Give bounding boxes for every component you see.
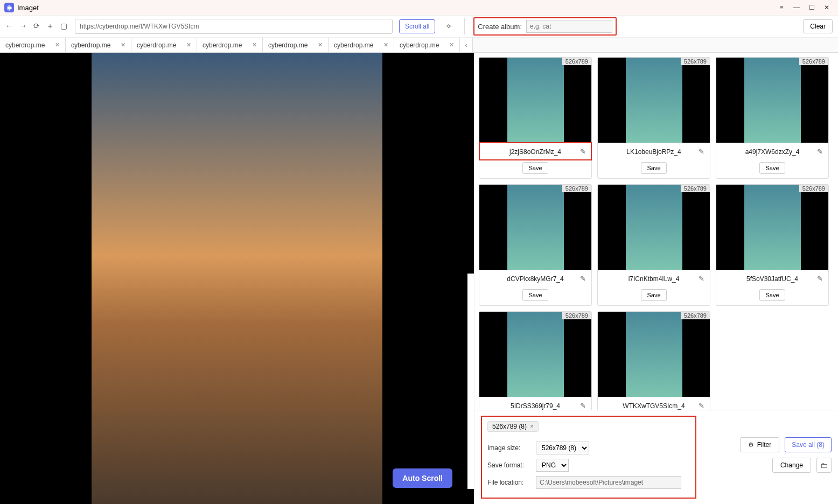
tab-close-icon[interactable]: ✕ xyxy=(186,41,191,48)
thumbnail-card[interactable]: 526x789 dCVPkx8kyMGr7_4✎ Save xyxy=(479,184,592,306)
chip-label: 526x789 (8) xyxy=(492,423,527,430)
tab[interactable]: cyberdrop.me✕ xyxy=(131,38,197,52)
thumbnail-card[interactable]: 526x789 LK1obeuBjoRPz_4✎ Save xyxy=(597,57,710,179)
divider xyxy=(464,18,465,34)
dimension-badge: 526x789 xyxy=(562,58,591,65)
thumbnail-image xyxy=(507,58,564,143)
thumbnail-image xyxy=(507,312,564,397)
thumbnail-card[interactable]: 526x789 a49j7XW6dzxZy_4✎ Save xyxy=(716,57,829,179)
thumbnail-card[interactable]: 526x789 l7ICnKtbm4ILw_4✎ Save xyxy=(597,184,710,306)
edit-icon[interactable]: ✎ xyxy=(699,402,704,410)
edit-icon[interactable]: ✎ xyxy=(580,148,586,156)
thumbnail-name: WTKXwTGV5SIcm_4 xyxy=(623,402,685,410)
save-all-button[interactable]: Save all (8) xyxy=(785,437,832,452)
dimension-badge: 526x789 xyxy=(562,185,591,192)
close-icon[interactable]: ✕ xyxy=(820,2,834,13)
thumbnail-card[interactable]: 526x789 5IDrSS369jr79_4✎ xyxy=(479,311,592,410)
save-button[interactable]: Save xyxy=(641,162,667,174)
tab-close-icon[interactable]: ✕ xyxy=(121,41,125,48)
image-viewer: Auto Scroll xyxy=(0,53,474,504)
save-format-select[interactable]: PNG xyxy=(536,459,569,472)
tab[interactable]: cyberdrop.me✕ xyxy=(66,38,131,52)
main-image xyxy=(92,53,382,504)
change-location-button[interactable]: Change xyxy=(772,458,811,473)
thumbnail-grid: 526x789 j2zjS8oOnZrMz_4✎ Save 526x789 LK… xyxy=(474,53,838,410)
tab-close-icon[interactable]: ✕ xyxy=(383,41,388,48)
tab[interactable]: cyberdrop.me✕ xyxy=(0,38,66,52)
edit-icon[interactable]: ✎ xyxy=(699,148,704,156)
back-icon[interactable]: ← xyxy=(5,22,13,31)
dimension-badge: 526x789 xyxy=(562,312,591,319)
tab[interactable]: cyberdrop.me✕ xyxy=(263,38,329,52)
save-button[interactable]: Save xyxy=(641,289,667,301)
save-button[interactable]: Save xyxy=(759,162,785,174)
tabs-icon[interactable]: ▢ xyxy=(60,22,67,31)
add-tab-icon[interactable]: ＋ xyxy=(46,22,54,31)
thumbnail-image xyxy=(507,185,564,270)
tab[interactable]: cyberdrop.me✕ xyxy=(394,38,460,52)
filter-icon: ⚙ xyxy=(748,441,754,449)
file-location-label: File location: xyxy=(487,479,530,486)
edit-icon[interactable]: ✎ xyxy=(580,275,586,283)
forward-icon[interactable]: → xyxy=(19,22,27,31)
save-button[interactable]: Save xyxy=(522,289,548,301)
folder-icon[interactable]: 🗀 xyxy=(816,458,832,473)
edit-icon[interactable]: ✎ xyxy=(580,402,586,410)
wand-icon[interactable]: ✧ xyxy=(442,19,456,33)
thumbnail-image xyxy=(626,312,682,397)
edit-icon[interactable]: ✎ xyxy=(699,275,704,283)
thumbnail-card[interactable]: 526x789 5fSoV30JatfUC_4✎ Save xyxy=(716,184,829,306)
thumbnail-name: 5IDrSS369jr79_4 xyxy=(511,402,560,410)
edit-icon[interactable]: ✎ xyxy=(817,148,823,156)
dimension-badge: 526x789 xyxy=(681,312,710,319)
thumbnail-name: LK1obeuBjoRPz_4 xyxy=(626,148,681,156)
thumbnail-name: 5fSoV30JatfUC_4 xyxy=(746,275,798,283)
maximize-icon[interactable]: ☐ xyxy=(805,2,819,13)
url-bar[interactable] xyxy=(75,19,393,34)
filter-button[interactable]: ⚙Filter xyxy=(740,437,780,452)
thumbnail-card[interactable]: 526x789 j2zjS8oOnZrMz_4✎ Save xyxy=(479,57,592,179)
dimension-badge: 526x789 xyxy=(681,58,710,65)
file-location-input[interactable] xyxy=(536,476,681,489)
tab-close-icon[interactable]: ✕ xyxy=(55,41,60,48)
hamburger-icon[interactable]: ≡ xyxy=(774,2,788,13)
save-format-label: Save format: xyxy=(487,461,530,469)
dimension-badge: 526x789 xyxy=(799,58,828,65)
thumbnail-name: a49j7XW6dzxZy_4 xyxy=(745,148,800,156)
save-button[interactable]: Save xyxy=(759,289,785,301)
app-name: Imaget xyxy=(17,4,39,12)
tab-close-icon[interactable]: ✕ xyxy=(252,41,257,48)
thumbnail-image xyxy=(626,185,682,270)
clear-button[interactable]: Clear xyxy=(803,19,833,33)
url-input[interactable] xyxy=(80,23,388,30)
tab[interactable]: cyberdrop.me✕ xyxy=(329,38,394,52)
thumbnail-name: j2zjS8oOnZrMz_4 xyxy=(509,148,561,156)
size-chip[interactable]: 526x789 (8) × xyxy=(487,421,539,432)
thumbnail-name: l7ICnKtbm4ILw_4 xyxy=(628,275,680,283)
reload-icon[interactable]: ⟳ xyxy=(33,22,40,31)
auto-scroll-button[interactable]: Auto Scroll xyxy=(393,468,452,488)
save-button[interactable]: Save xyxy=(522,162,548,174)
tab-strip: cyberdrop.me✕ cyberdrop.me✕ cyberdrop.me… xyxy=(0,38,838,53)
tab-close-icon[interactable]: ✕ xyxy=(449,41,454,48)
image-size-label: Image size: xyxy=(487,444,530,452)
scroll-all-button[interactable]: Scroll all xyxy=(399,19,435,33)
chip-remove-icon[interactable]: × xyxy=(530,423,534,430)
tab-close-icon[interactable]: ✕ xyxy=(318,41,323,48)
thumbnail-name: dCVPkx8kyMGr7_4 xyxy=(507,275,563,283)
dimension-badge: 526x789 xyxy=(799,185,828,192)
album-name-input[interactable] xyxy=(526,20,612,33)
edit-icon[interactable]: ✎ xyxy=(817,275,823,283)
tab-overflow[interactable]: ‹ xyxy=(460,38,473,52)
app-logo: ◉ xyxy=(4,3,14,12)
dimension-badge: 526x789 xyxy=(681,185,710,192)
thumbnail-image xyxy=(626,58,682,143)
image-size-select[interactable]: 526x789 (8) xyxy=(536,442,589,454)
create-album-label: Create album: xyxy=(478,23,522,31)
scroll-indicator xyxy=(467,274,474,489)
thumbnail-card[interactable]: 526x789 WTKXwTGV5SIcm_4✎ xyxy=(597,311,710,410)
thumbnail-image xyxy=(744,58,801,143)
thumbnail-image xyxy=(744,185,801,270)
tab[interactable]: cyberdrop.me✕ xyxy=(197,38,263,52)
minimize-icon[interactable]: — xyxy=(790,2,804,13)
